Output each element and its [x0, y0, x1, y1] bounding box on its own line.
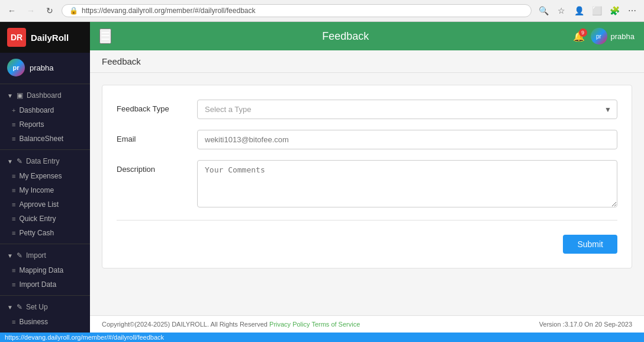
hamburger-button[interactable]: ☰	[99, 28, 111, 44]
description-textarea[interactable]	[197, 160, 617, 207]
sidebar-mapping-data-label: Mapping Data	[19, 266, 63, 274]
footer: Copyright©(2024-2025) DAILYROLL. All Rig…	[90, 315, 644, 333]
logo-initials: DR	[11, 33, 22, 42]
sidebar-header-import[interactable]: ▼ ✎ Import	[0, 248, 90, 263]
more-button[interactable]: ⋯	[625, 4, 639, 18]
sidebar-item-quick-entry[interactable]: ≡ Quick Entry	[0, 212, 90, 226]
sidebar-header-setup[interactable]: ▼ ✎ Set Up	[0, 299, 90, 315]
sidebar-item-dashboard[interactable]: + Dashboard	[0, 103, 90, 117]
sidebar-item-import-data[interactable]: ≡ Import Data	[0, 277, 90, 292]
logo-text: DailyRoll	[31, 33, 69, 43]
email-input-wrap	[197, 130, 617, 149]
list-icon: ≡	[12, 121, 15, 128]
list-icon-10: ≡	[12, 318, 15, 325]
sidebar-item-approve-list[interactable]: ≡ Approve List	[0, 197, 90, 212]
lock-icon: 🔒	[69, 7, 78, 15]
sidebar-my-income-label: My Income	[19, 186, 54, 194]
header-user[interactable]: pr prabha	[591, 28, 635, 44]
sidebar-item-balancesheet[interactable]: ≡ BalanceSheet	[0, 132, 90, 146]
form-group-feedback-type: Feedback Type Select a Type ▼	[117, 100, 617, 119]
chevron-down-icon-3: ▼	[7, 252, 13, 259]
list-icon-6: ≡	[12, 215, 15, 222]
sidebar-user[interactable]: pr prabha	[0, 53, 90, 82]
sidebar-logo: DR DailyRoll	[0, 22, 90, 53]
sidebar-import-label: Import	[26, 251, 46, 260]
sidebar-header-data-entry[interactable]: ▼ ✎ Data Entry	[0, 154, 90, 169]
chevron-down-icon: ▼	[7, 92, 13, 99]
footer-version: Version :3.17.0 On 20 Sep-2023	[539, 321, 632, 328]
extension-button[interactable]: 🧩	[607, 4, 622, 18]
header-actions: 🔔 9 pr prabha	[573, 28, 635, 44]
page-header: Feedback	[90, 50, 644, 73]
back-button[interactable]: ←	[5, 4, 19, 18]
forward-button[interactable]: →	[24, 4, 38, 18]
footer-copyright-text: Copyright©(2024-2025) DAILYROLL. All Rig…	[102, 321, 269, 328]
sidebar-item-business[interactable]: ≡ Business	[0, 315, 90, 329]
sidebar-item-reports[interactable]: ≡ Reports	[0, 117, 90, 132]
submit-row: Submit	[117, 230, 617, 254]
page-breadcrumb: Feedback	[102, 56, 141, 66]
form-group-email: Email	[117, 130, 617, 149]
list-icon-2: ≡	[12, 135, 15, 142]
header-title: Feedback	[118, 30, 573, 43]
feedback-type-label: Feedback Type	[117, 100, 188, 113]
sidebar-item-petty-cash[interactable]: ≡ Petty Cash	[0, 226, 90, 240]
sidebar-section-data-entry: ▼ ✎ Data Entry ≡ My Expenses ≡ My Income…	[0, 151, 90, 242]
top-header: ☰ Feedback 🔔 9 pr prabha	[90, 22, 644, 50]
sidebar-reports-label: Reports	[19, 120, 44, 129]
sidebar-section-setup: ▼ ✎ Set Up ≡ Business	[0, 297, 90, 331]
logo-icon: DR	[7, 28, 26, 47]
list-icon-4: ≡	[12, 187, 15, 194]
sidebar-data-entry-label: Data Entry	[26, 157, 60, 165]
header-user-avatar: pr	[591, 28, 607, 44]
reload-button[interactable]: ↻	[43, 4, 57, 18]
description-label: Description	[117, 160, 188, 174]
status-url: https://devang.dailyroll.org/member/#/da…	[5, 334, 164, 341]
feedback-type-select-wrapper: Select a Type ▼	[197, 100, 617, 119]
url-text: https://devang.dailyroll.org/member/#/da…	[82, 7, 255, 15]
feedback-card: Feedback Type Select a Type ▼ Email	[102, 85, 632, 269]
dashboard-section-label: Dashboard	[27, 91, 62, 100]
list-icon-8: ≡	[12, 267, 15, 274]
import-icon: ✎	[17, 251, 22, 260]
email-input[interactable]	[197, 130, 617, 149]
plus-icon: +	[12, 107, 15, 114]
app-wrapper: DR DailyRoll pr prabha ▼ ▣ Dashboard + D…	[0, 22, 644, 333]
setup-icon: ✎	[17, 303, 22, 311]
profile-button[interactable]: 👤	[572, 4, 586, 18]
sidebar-section-dashboard: ▼ ▣ Dashboard + Dashboard ≡ Reports ≡ Ba…	[0, 85, 90, 148]
notification-badge: 9	[579, 28, 587, 37]
footer-privacy-link[interactable]: Privacy Policy	[269, 321, 310, 328]
notification-button[interactable]: 🔔 9	[573, 31, 585, 42]
status-bar: https://devang.dailyroll.org/member/#/da…	[0, 333, 644, 342]
sidebar-import-data-label: Import Data	[19, 280, 56, 289]
browser-chrome: ← → ↻ 🔒 https://devang.dailyroll.org/mem…	[0, 0, 644, 22]
main-area: ☰ Feedback 🔔 9 pr prabha Feedback	[90, 22, 644, 333]
sidebar-divider-1	[0, 149, 90, 150]
footer-copyright-area: Copyright©(2024-2025) DAILYROLL. All Rig…	[102, 321, 360, 328]
footer-terms-link[interactable]: Terms of Service	[311, 321, 360, 328]
email-label: Email	[117, 130, 188, 143]
sidebar: DR DailyRoll pr prabha ▼ ▣ Dashboard + D…	[0, 22, 90, 333]
sidebar-business-label: Business	[19, 318, 48, 326]
submit-button[interactable]: Submit	[563, 235, 617, 254]
feedback-type-select[interactable]: Select a Type	[197, 100, 617, 119]
sidebar-divider-2	[0, 244, 90, 244]
sidebar-header-dashboard[interactable]: ▼ ▣ Dashboard	[0, 88, 90, 103]
sidebar-section-import: ▼ ✎ Import ≡ Mapping Data ≡ Import Data	[0, 245, 90, 294]
tab-button[interactable]: ⬜	[590, 4, 604, 18]
sidebar-item-my-income[interactable]: ≡ My Income	[0, 183, 90, 197]
sidebar-my-expenses-label: My Expenses	[19, 172, 62, 180]
sidebar-item-my-expenses[interactable]: ≡ My Expenses	[0, 169, 90, 183]
address-bar[interactable]: 🔒 https://devang.dailyroll.org/member/#/…	[62, 4, 532, 17]
search-button[interactable]: 🔍	[536, 4, 550, 18]
bookmark-button[interactable]: ☆	[554, 4, 568, 18]
chevron-down-icon-4: ▼	[7, 304, 13, 311]
sidebar-item-mapping-data[interactable]: ≡ Mapping Data	[0, 263, 90, 277]
list-icon-3: ≡	[12, 172, 15, 180]
user-name-label: prabha	[30, 63, 53, 72]
header-user-name: prabha	[611, 32, 635, 41]
sidebar-quick-entry-label: Quick Entry	[19, 215, 56, 223]
sidebar-dashboard-label: Dashboard	[19, 106, 54, 114]
sidebar-divider-3	[0, 295, 90, 296]
